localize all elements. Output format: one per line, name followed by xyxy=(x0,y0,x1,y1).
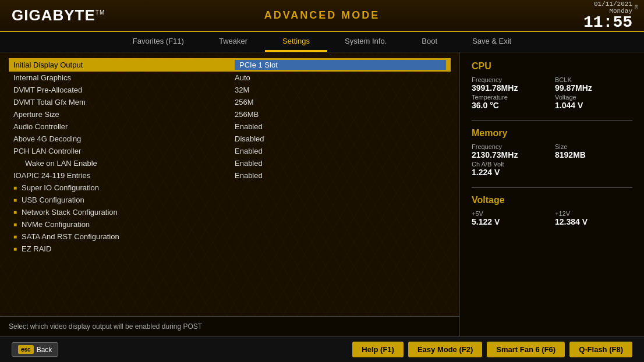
tab-sysinfo[interactable]: System Info. xyxy=(327,32,404,52)
settings-area: Initial Display Output PCIe 1 Slot Inter… xyxy=(0,52,459,316)
setting-value-dvmt-total: 256M xyxy=(235,98,254,107)
esc-icon: esc xyxy=(18,345,34,354)
setting-aperture[interactable]: Aperture Size 256MB xyxy=(9,108,451,120)
setting-name-dvmt-pre: DVMT Pre-Allocated xyxy=(13,86,235,94)
setting-dvmt-total[interactable]: DVMT Total Gfx Mem 256M xyxy=(9,96,451,108)
logo: GIGABYTETM xyxy=(12,6,105,24)
setting-dvmt-pre[interactable]: DVMT Pre-Allocated 32M xyxy=(9,84,451,96)
setting-value-pch-lan: Enabled xyxy=(235,147,263,155)
qflash-button[interactable]: Q-Flash (F8) xyxy=(569,342,632,357)
memory-title: Memory xyxy=(472,128,632,139)
setting-name-ez-raid: EZ RAID xyxy=(22,244,51,253)
nav-tabs: Favorites (F11) Tweaker Settings System … xyxy=(0,32,644,52)
setting-name-usb-config: USB Configuration xyxy=(22,196,84,204)
setting-value-dvmt-pre: 32M xyxy=(235,86,249,94)
memory-size-label: Size xyxy=(555,143,632,150)
smart-fan-button[interactable]: Smart Fan 6 (F6) xyxy=(487,342,565,357)
cpu-title: CPU xyxy=(472,61,632,72)
left-panel: Initial Display Output PCIe 1 Slot Inter… xyxy=(0,52,460,336)
setting-value-aperture: 256MB xyxy=(235,110,259,119)
easy-mode-button[interactable]: Easy Mode (F2) xyxy=(408,342,482,357)
voltage-12v-value: 12.384 V xyxy=(555,217,632,226)
bullet-sata-rst: ■ xyxy=(13,233,17,240)
setting-wake-lan[interactable]: Wake on LAN Enable Enabled xyxy=(9,157,451,169)
voltage-5v-label: +5V xyxy=(472,210,549,217)
setting-name-wake-lan: Wake on LAN Enable xyxy=(13,159,235,168)
right-panel: CPU Frequency 3991.78MHz BCLK 99.87MHz T… xyxy=(460,52,644,336)
setting-name-network-stack: Network Stack Configuration xyxy=(22,208,118,217)
setting-ioapic[interactable]: IOAPIC 24-119 Entries Enabled xyxy=(9,169,451,182)
setting-pch-lan[interactable]: PCH LAN Controller Enabled xyxy=(9,145,451,157)
tab-settings[interactable]: Settings xyxy=(265,32,327,52)
setting-value-initial-display: PCIe 1 Slot xyxy=(235,60,446,70)
setting-initial-display[interactable]: Initial Display Output PCIe 1 Slot xyxy=(9,58,451,72)
header-datetime: 01/11/2021 Monday 11:55 xyxy=(583,1,632,31)
tab-tweaker[interactable]: Tweaker xyxy=(201,32,265,52)
main-area: Initial Display Output PCIe 1 Slot Inter… xyxy=(0,52,644,336)
memory-frequency-value: 2130.73MHz xyxy=(472,150,549,159)
setting-name-super-io: Super IO Configuration xyxy=(22,183,99,192)
back-label: Back xyxy=(37,346,52,354)
bullet-network-stack: ■ xyxy=(13,209,17,215)
setting-nvme-config[interactable]: ■ NVMe Configuration xyxy=(9,218,451,230)
esc-button[interactable]: esc Back xyxy=(12,342,58,357)
voltage-12v-label: +12V xyxy=(555,210,632,217)
cpu-frequency-value: 3991.78MHz xyxy=(472,83,549,93)
setting-name-above4g: Above 4G Decoding xyxy=(13,134,235,143)
bullet-nvme-config: ■ xyxy=(13,221,17,228)
setting-name-pch-lan: PCH LAN Controller xyxy=(13,147,235,155)
voltage-section: Voltage +5V 5.122 V +12V 12.384 V xyxy=(472,195,632,226)
cpu-frequency-label: Frequency xyxy=(472,76,549,83)
bullet-usb-config: ■ xyxy=(13,197,17,203)
memory-size-value: 8192MB xyxy=(555,150,632,159)
setting-name-aperture: Aperture Size xyxy=(13,110,235,119)
cpu-section: CPU Frequency 3991.78MHz BCLK 99.87MHz T… xyxy=(472,61,632,110)
bullet-super-io: ■ xyxy=(13,184,17,191)
setting-above4g[interactable]: Above 4G Decoding Disabled xyxy=(9,133,451,145)
setting-audio[interactable]: Audio Controller Enabled xyxy=(9,120,451,133)
setting-usb-config[interactable]: ■ USB Configuration xyxy=(9,194,451,206)
setting-super-io[interactable]: ■ Super IO Configuration xyxy=(9,182,451,194)
divider-cpu-memory xyxy=(472,120,632,121)
setting-name-dvmt-total: DVMT Total Gfx Mem xyxy=(13,98,235,107)
cpu-temperature-value: 36.0 °C xyxy=(472,101,549,110)
setting-internal-graphics[interactable]: Internal Graphics Auto xyxy=(9,72,451,84)
setting-network-stack[interactable]: ■ Network Stack Configuration xyxy=(9,206,451,218)
cpu-voltage-value: 1.044 V xyxy=(555,101,632,110)
voltage-title: Voltage xyxy=(472,195,632,205)
memory-chab-value: 1.224 V xyxy=(472,168,632,177)
tab-boot[interactable]: Boot xyxy=(404,32,455,52)
setting-value-wake-lan: Enabled xyxy=(235,159,263,168)
bottom-toolbar: esc Back Help (F1) Easy Mode (F2) Smart … xyxy=(0,336,644,362)
setting-value-ioapic: Enabled xyxy=(235,171,263,180)
setting-value-audio: Enabled xyxy=(235,122,263,131)
setting-value-above4g: Disabled xyxy=(235,134,264,143)
setting-name-internal-graphics: Internal Graphics xyxy=(13,73,235,82)
cpu-bclk-label: BCLK xyxy=(555,76,632,83)
header: GIGABYTETM ADVANCED MODE ® 01/11/2021 Mo… xyxy=(0,0,644,32)
header-title: ADVANCED MODE xyxy=(264,9,380,22)
setting-name-ioapic: IOAPIC 24-119 Entries xyxy=(13,171,235,180)
setting-name-nvme-config: NVMe Configuration xyxy=(22,220,90,229)
setting-value-internal-graphics: Auto xyxy=(235,73,250,82)
status-bar: Select which video display output will b… xyxy=(0,316,459,336)
help-button[interactable]: Help (F1) xyxy=(352,342,404,357)
memory-chab-label: Ch A/B Volt xyxy=(472,161,632,168)
cpu-bclk-value: 99.87MHz xyxy=(555,83,632,93)
voltage-5v-value: 5.122 V xyxy=(472,217,549,226)
tab-favorites[interactable]: Favorites (F11) xyxy=(115,32,201,52)
status-text: Select which video display output will b… xyxy=(9,322,202,331)
setting-name-sata-rst: SATA And RST Configuration xyxy=(22,232,119,241)
divider-memory-voltage xyxy=(472,187,632,188)
header-date: 01/11/2021 xyxy=(594,1,632,8)
setting-ez-raid[interactable]: ■ EZ RAID xyxy=(9,243,451,255)
header-time: 11:55 xyxy=(583,15,632,31)
memory-section: Memory Frequency 2130.73MHz Size 8192MB … xyxy=(472,128,632,177)
copyright-symbol: ® xyxy=(635,5,638,11)
setting-sata-rst[interactable]: ■ SATA And RST Configuration xyxy=(9,230,451,243)
setting-name-initial-display: Initial Display Output xyxy=(13,61,235,69)
bullet-ez-raid: ■ xyxy=(13,246,17,252)
setting-name-audio: Audio Controller xyxy=(13,122,235,131)
tab-save-exit[interactable]: Save & Exit xyxy=(455,32,529,52)
memory-frequency-label: Frequency xyxy=(472,143,549,150)
